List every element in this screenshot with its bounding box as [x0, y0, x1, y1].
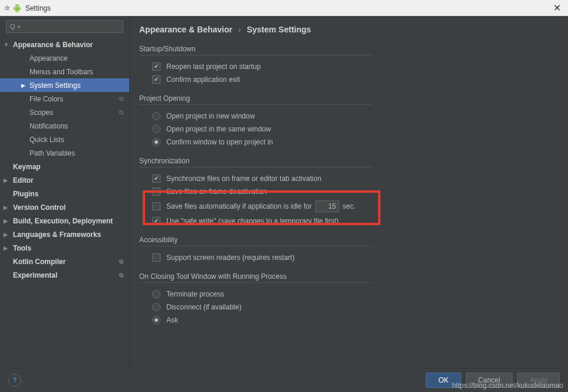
tree-item-label: Notifications [29, 122, 68, 130]
sidebar-item-build-execution-deployment[interactable]: ▶Build, Execution, Deployment [0, 214, 129, 228]
android-icon [12, 4, 22, 13]
opt-disconnect-label: Disconnect (if available) [166, 303, 241, 311]
sidebar-item-appearance-behavior[interactable]: ▼Appearance & Behavior [0, 38, 129, 51]
radio-icon[interactable] [152, 303, 160, 311]
section-accessibility: Accessibility Support screen readers (re… [139, 236, 556, 264]
search-input[interactable]: Q ▾ [6, 20, 123, 33]
tree-item-label: Editor [13, 176, 34, 185]
breadcrumb-part2: System Settings [247, 25, 311, 34]
window-title: Settings [25, 4, 551, 12]
checkbox-icon[interactable] [152, 187, 160, 196]
project-badge-icon: ⧉ [119, 109, 123, 116]
chevron-right-icon: ▶ [4, 218, 8, 224]
opt-confirm-window[interactable]: Confirm window to open project in [139, 136, 556, 149]
tree-item-label: Experimental [13, 271, 57, 279]
radio-icon[interactable] [152, 316, 160, 324]
sidebar-item-file-colors[interactable]: File Colors⧉ [0, 92, 129, 106]
checkbox-icon[interactable] [152, 202, 160, 210]
sidebar-item-system-settings[interactable]: ▶System Settings [0, 78, 129, 92]
titlebar: dr Settings ✕ [0, 0, 568, 17]
tree-item-label: Scopes [29, 108, 53, 117]
section-startup: Startup/Shutdown Reopen last project on … [139, 45, 556, 86]
content-panel: Appearance & Behavior › System Settings … [130, 17, 568, 368]
opt-screen-readers[interactable]: Support screen readers (requires restart… [139, 251, 556, 264]
tree-item-label: Keymap [13, 163, 41, 171]
tree-item-label: Kotlin Compiler [13, 258, 65, 266]
radio-icon[interactable] [152, 112, 160, 120]
tree-item-label: File Colors [29, 95, 63, 103]
opt-save-deactivate[interactable]: Save files on frame deactivation [139, 185, 556, 198]
checkbox-icon[interactable] [152, 253, 160, 262]
opt-reopen[interactable]: Reopen last project on startup [139, 60, 556, 73]
opt-new-window-label: Open project in new window [166, 112, 255, 120]
search-icon: Q [10, 23, 15, 30]
checkbox-icon[interactable] [152, 62, 160, 71]
radio-icon[interactable] [152, 125, 160, 133]
opt-terminate[interactable]: Terminate process [139, 288, 556, 301]
opt-save-auto-prefix: Save files automatically if application … [166, 202, 312, 210]
opt-safe-write[interactable]: Use "safe write" (save changes to a temp… [139, 215, 556, 228]
section-title-accessibility: Accessibility [139, 236, 372, 246]
opt-ask[interactable]: Ask [139, 314, 556, 327]
sidebar-item-experimental[interactable]: Experimental⧉ [0, 268, 129, 282]
breadcrumb-separator: › [238, 25, 241, 34]
search-row: Q ▾ [0, 17, 129, 37]
opt-ask-label: Ask [166, 316, 178, 324]
dialog-body: Q ▾ ▼Appearance & BehaviorAppearanceMenu… [0, 17, 568, 368]
opt-new-window[interactable]: Open project in new window [139, 110, 556, 123]
sidebar-item-tools[interactable]: ▶Tools [0, 241, 129, 255]
opt-same-window[interactable]: Open project in the same window [139, 123, 556, 136]
tree-item-label: Quick Lists [29, 136, 64, 144]
tree-item-label: Version Control [13, 203, 65, 212]
checkbox-icon[interactable] [152, 217, 160, 225]
section-opening: Project Opening Open project in new wind… [139, 94, 556, 149]
tree-item-label: Appearance [29, 54, 68, 62]
sidebar-item-version-control[interactable]: ▶Version Control [0, 200, 129, 214]
sidebar-item-plugins[interactable]: Plugins [0, 187, 129, 200]
ok-button[interactable]: OK [426, 373, 461, 388]
opt-sync-activate[interactable]: Synchronize files on frame or editor tab… [139, 172, 556, 185]
checkbox-icon[interactable] [152, 174, 160, 183]
sidebar-item-appearance[interactable]: Appearance [0, 51, 129, 65]
chevron-right-icon: ▶ [4, 177, 8, 183]
opt-save-auto[interactable]: Save files automatically if application … [139, 198, 556, 215]
close-icon[interactable]: ✕ [551, 2, 563, 14]
breadcrumb-part1: Appearance & Behavior [139, 25, 232, 34]
opt-screen-readers-label: Support screen readers (requires restart… [166, 253, 294, 262]
project-badge-icon: ⧉ [119, 95, 123, 103]
project-badge-icon: ⧉ [119, 258, 123, 265]
tree-item-label: Menus and Toolbars [29, 68, 93, 76]
chevron-right-icon: ▶ [21, 83, 25, 88]
opt-terminate-label: Terminate process [166, 290, 224, 298]
cancel-button[interactable]: Cancel [466, 373, 513, 388]
opt-disconnect[interactable]: Disconnect (if available) [139, 301, 556, 314]
tree-item-label: Tools [13, 244, 31, 252]
sidebar-item-notifications[interactable]: Notifications [0, 119, 129, 133]
tree-item-label: Appearance & Behavior [13, 41, 93, 49]
apply-button[interactable]: Apply [517, 373, 560, 388]
settings-tree: ▼Appearance & BehaviorAppearanceMenus an… [0, 37, 129, 368]
sidebar-item-keymap[interactable]: Keymap [0, 160, 129, 173]
help-button[interactable]: ? [8, 374, 21, 387]
sidebar-item-editor[interactable]: ▶Editor [0, 173, 129, 187]
sidebar-item-languages-frameworks[interactable]: ▶Languages & Frameworks [0, 228, 129, 241]
sidebar-item-kotlin-compiler[interactable]: Kotlin Compiler⧉ [0, 255, 129, 268]
radio-icon[interactable] [152, 290, 160, 298]
section-closing: On Closing Tool Window with Running Proc… [139, 272, 556, 327]
breadcrumb: Appearance & Behavior › System Settings [139, 25, 556, 34]
sidebar-item-path-variables[interactable]: Path Variables [0, 146, 129, 160]
idle-seconds-input[interactable] [316, 200, 339, 212]
opt-confirm-exit[interactable]: Confirm application exit [139, 73, 556, 86]
sidebar: Q ▾ ▼Appearance & BehaviorAppearanceMenu… [0, 17, 130, 368]
chevron-right-icon: ▶ [4, 205, 8, 210]
sidebar-item-menus-and-toolbars[interactable]: Menus and Toolbars [0, 65, 129, 78]
opt-confirm-window-label: Confirm window to open project in [166, 138, 273, 146]
opt-confirm-exit-label: Confirm application exit [166, 75, 240, 84]
section-title-opening: Project Opening [139, 94, 372, 105]
opt-reopen-label: Reopen last project on startup [166, 62, 261, 71]
radio-icon[interactable] [152, 138, 160, 146]
checkbox-icon[interactable] [152, 75, 160, 84]
sidebar-item-quick-lists[interactable]: Quick Lists [0, 133, 129, 146]
opt-safe-write-label: Use "safe write" (save changes to a temp… [166, 217, 339, 225]
sidebar-item-scopes[interactable]: Scopes⧉ [0, 106, 129, 119]
